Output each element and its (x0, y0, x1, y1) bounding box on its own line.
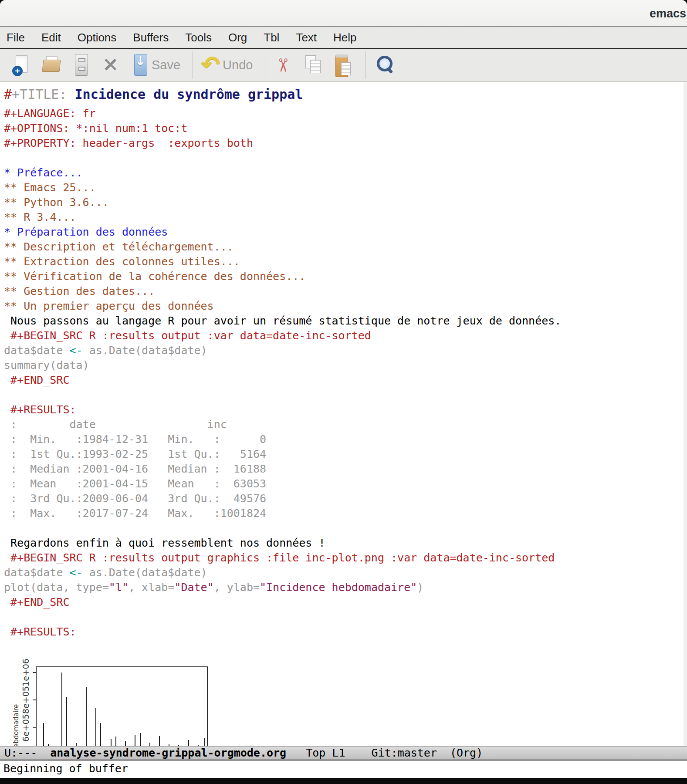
buffer-line: : 3rd Qu.:2009-06-04 3rd Qu.: 49576 (4, 491, 687, 506)
cut-button[interactable] (273, 51, 294, 80)
menu-options[interactable]: Options (69, 27, 125, 48)
buffer-line: Regardons enfin à quoi ressemblent nos d… (4, 536, 687, 551)
buffer-line: #+RESULTS: (4, 402, 687, 417)
save-label: Save (152, 58, 180, 72)
buffer-line: #+END_SRC (4, 595, 687, 610)
echo-area: Beginning of buffer (0, 760, 687, 778)
buffer-line: ** Gestion des dates... (4, 284, 687, 299)
toolbar-separator (365, 51, 366, 79)
mode-line[interactable]: U:---analyse-syndrome-grippal-orgmode.or… (0, 746, 687, 760)
inline-plot: 1e+068e+056e+05ebdomadaire (8, 639, 209, 746)
toolbar-separator (193, 51, 193, 79)
buffer-line: plot(data, type="l", xlab="Date", ylab="… (4, 580, 687, 595)
menu-tbl[interactable]: Tbl (255, 27, 288, 48)
svg-text:ebdomadaire: ebdomadaire (12, 704, 20, 746)
buffer-line: Nous passons au langage R pour avoir un … (4, 314, 687, 328)
svg-text:1e+06: 1e+06 (21, 659, 30, 686)
buffer-line: ** Description et téléchargement... (4, 240, 687, 254)
modeline-vc-status: Git:master (371, 747, 437, 759)
save-button[interactable]: Save (130, 51, 180, 80)
modeline-buffer-name: analyse-syndrome-grippal-orgmode.org (50, 747, 286, 759)
undo-button[interactable]: Undo (201, 51, 253, 80)
buffer-line: ** Python 3.6... (4, 195, 687, 210)
svg-text:8e+05: 8e+05 (21, 686, 30, 714)
open-folder-button[interactable] (41, 51, 62, 80)
menu-file[interactable]: File (7, 27, 33, 48)
buffer-line: data$date <- as.Date(data$date) (4, 343, 687, 358)
menu-tools[interactable]: Tools (177, 27, 220, 48)
file-cabinet-button[interactable] (71, 51, 91, 80)
menu-help[interactable]: Help (325, 27, 365, 48)
svg-text:6e+05: 6e+05 (21, 714, 30, 742)
undo-icon (201, 53, 222, 78)
save-icon (130, 53, 151, 78)
buffer-line (4, 388, 687, 402)
copy-icon (303, 53, 324, 78)
buffer-line: ** R 3.4... (4, 210, 687, 225)
buffer-line: #+TITLE: Incidence du syndrôme grippal (4, 84, 687, 106)
buffer-line: ** Emacs 25... (4, 180, 687, 195)
results-plot-image: 1e+068e+056e+05ebdomadaire (8, 639, 687, 746)
menu-edit[interactable]: Edit (33, 27, 69, 48)
new-file-icon (11, 53, 32, 78)
buffer-line: data$date <- as.Date(data$date) (4, 565, 687, 580)
paste-button[interactable] (332, 51, 353, 80)
file-cabinet-icon (71, 53, 91, 78)
search-button[interactable] (374, 51, 395, 80)
modeline-position: Top L1 (306, 747, 345, 759)
buffer-line (4, 151, 687, 166)
toolbar-separator (265, 51, 265, 79)
buffer-line: : Max. :2017-07-24 Max. :1001824 (4, 506, 687, 521)
scrollbar[interactable] (684, 82, 687, 746)
buffer-line: : date inc (4, 417, 687, 432)
new-file-button[interactable] (11, 51, 32, 80)
buffer-line: * Préface... (4, 166, 687, 180)
editor-buffer[interactable]: #+TITLE: Incidence du syndrôme grippal#+… (0, 82, 687, 746)
buffer-line: ** Vérification de la cohérence des donn… (4, 269, 687, 284)
modeline-flags: U:--- (4, 747, 37, 759)
buffer-line (4, 521, 687, 536)
cut-icon (273, 53, 294, 78)
buffer-line: ** Un premier aperçu des données (4, 299, 687, 314)
close-x-button[interactable] (100, 51, 121, 80)
copy-button[interactable] (303, 51, 324, 80)
menu-text[interactable]: Text (288, 27, 325, 48)
title-bar: emacs (0, 0, 687, 27)
buffer-line (4, 610, 687, 625)
modeline-major-mode: (Org) (450, 747, 483, 759)
buffer-line: #+OPTIONS: *:nil num:1 toc:t (4, 121, 687, 136)
toolbar: SaveUndo (0, 49, 687, 82)
buffer-text: #+TITLE: Incidence du syndrôme grippal#+… (0, 82, 687, 639)
buffer-line: #+END_SRC (4, 373, 687, 388)
undo-label: Undo (223, 58, 253, 72)
search-icon (374, 53, 395, 78)
open-folder-icon (41, 53, 62, 78)
buffer-line: #+BEGIN_SRC R :results output graphics :… (4, 551, 687, 565)
buffer-line: #+RESULTS: (4, 625, 687, 639)
buffer-line: #+PROPERTY: header-args :exports both (4, 136, 687, 151)
buffer-line: : 1st Qu.:1993-02-25 1st Qu.: 5164 (4, 447, 687, 462)
close-x-icon (100, 53, 121, 78)
buffer-line: : Median :2001-04-16 Median : 16188 (4, 462, 687, 476)
buffer-line: ** Extraction des colonnes utiles... (4, 254, 687, 269)
buffer-line: : Mean :2001-04-15 Mean : 63053 (4, 476, 687, 491)
buffer-line: #+LANGUAGE: fr (4, 106, 687, 121)
menu-org[interactable]: Org (220, 27, 255, 48)
menu-bar: FileEditOptionsBuffersToolsOrgTblTextHel… (0, 27, 687, 48)
menu-buffers[interactable]: Buffers (125, 27, 177, 48)
window-title: emacs (650, 0, 686, 26)
paste-icon (332, 53, 353, 78)
buffer-line: * Préparation des données (4, 225, 687, 240)
buffer-line: summary(data) (4, 358, 687, 373)
buffer-line: : Min. :1984-12-31 Min. : 0 (4, 432, 687, 447)
buffer-line: #+BEGIN_SRC R :results output :var data=… (4, 328, 687, 343)
